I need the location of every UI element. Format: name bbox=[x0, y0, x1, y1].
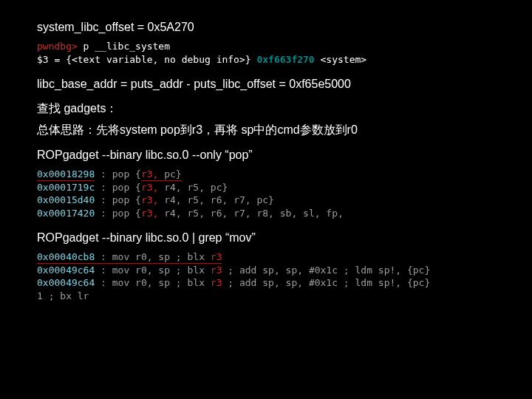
pop-addr-1: 0x00018298 bbox=[37, 168, 95, 181]
base-addr-line: libc_base_addr = puts_addr - puts_libc_o… bbox=[37, 78, 495, 91]
mov-mid-1: : mov r0, sp ; blx bbox=[95, 251, 211, 264]
pop-reg-2: r3, bbox=[141, 182, 158, 193]
out-addr: 0xf663f270 bbox=[256, 54, 314, 65]
mov-mid-2: : mov r0, sp ; blx bbox=[95, 265, 211, 276]
mov-last: 1 ; bx lr bbox=[37, 290, 89, 301]
pop-addr-3: 0x00015d40 bbox=[37, 194, 95, 205]
pop-open: : pop { bbox=[95, 208, 141, 219]
pop-tail-2: r4, r5, pc} bbox=[158, 182, 228, 193]
pop-open: : pop { bbox=[95, 168, 141, 180]
mov-addr-2: 0x00049c64 bbox=[37, 265, 95, 276]
mov-addr-1: 0x00040cb8 bbox=[37, 251, 95, 264]
pop-tail-1: pc} bbox=[158, 168, 181, 181]
pop-addr-2: 0x0001719c bbox=[37, 182, 95, 193]
ropgadget-mov-cmd: ROPgadget --binary libc.so.0 | grep “mov… bbox=[37, 231, 495, 245]
offset-line: system_libc_offset = 0x5A270 bbox=[37, 21, 495, 34]
out-pre: $3 = {<text variable, no debug info>} bbox=[37, 54, 256, 65]
ropgadget-pop-cmd: ROPgadget --binary libc.so.0 --only “pop… bbox=[37, 149, 495, 162]
pop-open: : pop { bbox=[95, 194, 141, 205]
prompt: pwndbg> bbox=[37, 41, 78, 52]
pop-reg-1: r3, bbox=[141, 168, 158, 181]
gadgets-header: 查找 gadgets： bbox=[37, 101, 495, 117]
mov-reg-3: r3 bbox=[211, 277, 228, 288]
out-post: <system> bbox=[315, 54, 366, 65]
mov-addr-3: 0x00049c64 bbox=[37, 277, 95, 288]
pop-tail-4: r4, r5, r6, r7, r8, sb, sl, fp, bbox=[158, 208, 343, 219]
pop-reg-4: r3, bbox=[141, 208, 158, 219]
mov-mid-3: : mov r0, sp ; blx bbox=[95, 277, 211, 288]
mov-gadgets-output: 0x00040cb8 : mov r0, sp ; blx r3 0x00049… bbox=[37, 250, 495, 302]
pop-reg-3: r3, bbox=[141, 194, 158, 205]
pwndbg-output: pwndbg> p __libc_system $3 = {<text vari… bbox=[37, 40, 495, 66]
cmd: p __libc_system bbox=[78, 41, 170, 52]
pop-tail-3: r4, r5, r6, r7, pc} bbox=[158, 194, 274, 205]
mov-reg-1: r3 bbox=[211, 251, 222, 264]
mov-tail-2: ; add sp, sp, #0x1c ; ldm sp!, {pc} bbox=[228, 265, 430, 276]
pop-addr-4: 0x00017420 bbox=[37, 208, 95, 219]
mov-reg-2: r3 bbox=[211, 265, 228, 276]
pop-gadgets-output: 0x00018298 : pop {r3, pc} 0x0001719c : p… bbox=[37, 168, 495, 219]
mov-tail-3: ; add sp, sp, #0x1c ; ldm sp!, {pc} bbox=[228, 277, 430, 288]
pop-open: : pop { bbox=[95, 182, 141, 193]
strategy-line: 总体思路：先将system pop到r3，再将 sp中的cmd参数放到r0 bbox=[37, 123, 495, 138]
